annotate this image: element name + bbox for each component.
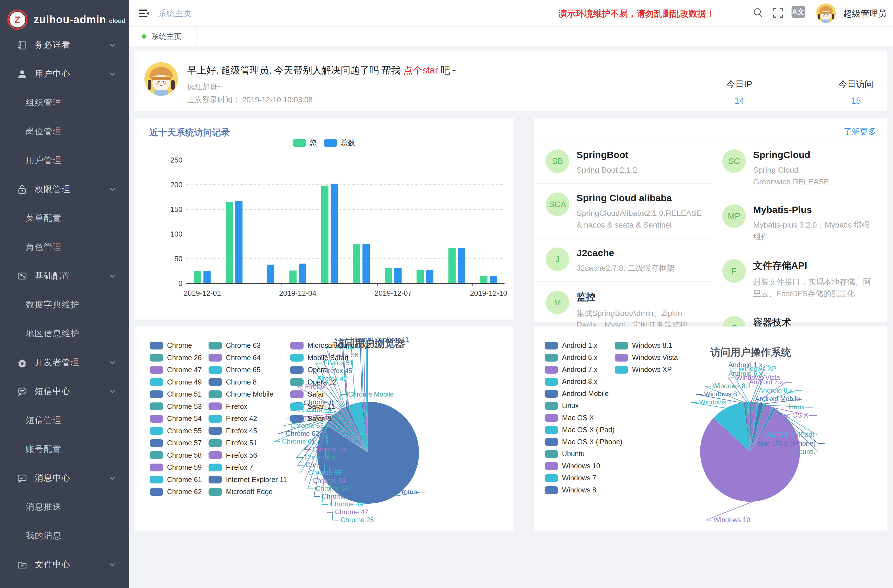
legend-item-Chrome 51[interactable]: Chrome 51 [150, 390, 202, 398]
legend-item-Linux[interactable]: Linux [544, 402, 579, 410]
sidebar-item-消息中心[interactable]: 消息中心 [0, 463, 129, 492]
legend-item-Firefox 45[interactable]: Firefox 45 [209, 427, 257, 435]
legend-item-Chrome 53[interactable]: Chrome 53 [150, 403, 202, 411]
legend-item-Firefox[interactable]: Firefox [209, 403, 247, 411]
bar-总数-2019-12-07[interactable] [394, 268, 401, 283]
bar-总数-2019-12-06[interactable] [362, 244, 370, 283]
tech-item-Spring Cloud alibaba[interactable]: SCASpring Cloud alibabaSpringCloudAlibab… [535, 183, 711, 238]
sidebar-item-我的消息[interactable]: 我的消息 [0, 521, 129, 550]
sidebar-item-角色管理[interactable]: 角色管理 [0, 233, 129, 262]
sidebar-item-文件中心[interactable]: 文件中心 [0, 550, 129, 579]
breadcrumb[interactable]: 系统主页 [158, 8, 192, 20]
legend-item-Firefox 7[interactable]: Firefox 7 [209, 463, 253, 471]
bar-总数-2019-12-08[interactable] [426, 270, 433, 283]
legend-item-Opera[interactable]: Opera [290, 366, 327, 374]
legend-item-Ubuntu[interactable]: Ubuntu [544, 450, 585, 458]
sidebar-item-用户管理[interactable]: 用户管理 [0, 146, 129, 175]
bar-您-2019-12-03[interactable] [258, 283, 265, 283]
bar-总数-2019-12-10[interactable] [490, 276, 497, 283]
sidebar-item-地区信息维护[interactable]: 地区信息维护 [0, 319, 129, 348]
tech-item-文件存储API[interactable]: F文件存储API封装文件接口，实现本地存储、阿里云、FastDFS存储的配置化 [711, 250, 887, 307]
legend-item-Safari 11[interactable]: Safari 11 [290, 403, 335, 411]
legend-item-Windows 8.1[interactable]: Windows 8.1 [615, 341, 672, 349]
bar-总数-2019-12-09[interactable] [458, 248, 465, 283]
bar-您-2019-12-02[interactable] [226, 202, 233, 283]
bar-您-2019-12-01[interactable] [194, 271, 201, 283]
collapse-menu-icon[interactable] [138, 7, 150, 19]
stat-value[interactable]: 14 [698, 96, 782, 106]
tech-item-J2cache[interactable]: JJ2cacheJ2cache2.7.8: 二级缓存框架 [535, 238, 711, 281]
user-name[interactable]: 超级管理员 [843, 8, 887, 20]
tech-item-Mybatis-Plus[interactable]: MPMybatis-PlusMybatis-plus 3.2.0：Mybatis… [711, 195, 887, 250]
bar-您-2019-12-05[interactable] [321, 186, 329, 283]
legend-item-Mac OS X (iPhone)[interactable]: Mac OS X (iPhone) [544, 438, 622, 446]
sidebar-item-岗位管理[interactable]: 岗位管理 [0, 117, 129, 146]
legend-item-Android Mobile[interactable]: Android Mobile [544, 389, 609, 398]
sidebar-item-基础配置[interactable]: 基础配置 [0, 262, 129, 290]
legend-item-Chrome 62[interactable]: Chrome 62 [150, 488, 202, 496]
legend-item-Chrome 57[interactable]: Chrome 57 [150, 439, 202, 447]
sidebar-item-账号配置[interactable]: 账号配置 [0, 435, 129, 463]
sidebar-item-组织管理[interactable]: 组织管理 [0, 88, 129, 117]
bar-您-2019-12-10[interactable] [480, 276, 487, 283]
sidebar-item-菜单配置[interactable]: 菜单配置 [0, 204, 129, 233]
star-link[interactable]: 点个star [403, 65, 438, 75]
sidebar-item-开发者管理[interactable]: 开发者管理 [0, 348, 129, 377]
legend-item-Chrome 59[interactable]: Chrome 59 [150, 463, 202, 471]
sidebar-item-短信管理[interactable]: 短信管理 [0, 406, 129, 435]
tech-item-SpringBoot[interactable]: SBSpringBootSpring Boot 2.1.2 [535, 140, 711, 183]
sidebar-item-数据字典维护[interactable]: 数据字典维护 [0, 290, 129, 319]
sidebar-item-用户中心[interactable]: 用户中心 [0, 59, 129, 88]
legend-item-Mac OS X[interactable]: Mac OS X [544, 414, 594, 422]
legend-item-Chrome 49[interactable]: Chrome 49 [150, 378, 202, 386]
bar-您-2019-12-06[interactable] [353, 244, 360, 283]
legend-item-Chrome 63[interactable]: Chrome 63 [209, 341, 261, 349]
search-icon[interactable] [752, 7, 764, 18]
bar-总数-2019-12-03[interactable] [267, 265, 274, 283]
legend-item-Safari 9[interactable]: Safari 9 [290, 415, 332, 423]
tab-system-home[interactable]: 系统主页 [129, 27, 197, 46]
sidebar-item-务必详看[interactable]: 务必详看 [0, 30, 129, 59]
legend-item-Chrome 54[interactable]: Chrome 54 [150, 415, 202, 423]
legend-item-Windows 10[interactable]: Windows 10 [544, 462, 600, 470]
legend-item-Opera 12[interactable]: Opera 12 [290, 378, 337, 386]
sidebar-item-短信中心[interactable]: 短信中心 [0, 377, 129, 406]
bar-总数-2019-12-01[interactable] [203, 271, 211, 283]
legend-item-Chrome 55[interactable]: Chrome 55 [150, 427, 202, 435]
sidebar-item-权限管理[interactable]: 权限管理 [0, 175, 129, 204]
legend-item-Windows 7[interactable]: Windows 7 [544, 474, 596, 482]
legend-item-Microsoft Edge[interactable]: Microsoft Edge [209, 488, 273, 496]
legend-item-Firefox 56[interactable]: Firefox 56 [209, 451, 257, 459]
legend-item-Firefox 51[interactable]: Firefox 51 [209, 439, 257, 447]
legend-item-Chrome 61[interactable]: Chrome 61 [150, 475, 202, 484]
legend-item-Chrome[interactable]: Chrome [150, 341, 192, 349]
bar-总数-2019-12-05[interactable] [331, 183, 338, 283]
bar-您-2019-12-04[interactable] [289, 271, 296, 283]
bar-总数-2019-12-04[interactable] [299, 264, 306, 283]
legend-item-Chrome Mobile[interactable]: Chrome Mobile [209, 390, 274, 398]
legend-item-Chrome 65[interactable]: Chrome 65 [209, 366, 261, 374]
legend-item-Android 7.x[interactable]: Android 7.x [544, 365, 597, 374]
fullscreen-icon[interactable] [772, 7, 784, 18]
legend-item-Windows XP[interactable]: Windows XP [615, 365, 672, 374]
bar-您-2019-12-08[interactable] [416, 270, 424, 283]
legend-item-Chrome 8[interactable]: Chrome 8 [209, 378, 257, 386]
bar-您-2019-12-09[interactable] [448, 248, 456, 283]
legend-item-Android 8.x[interactable]: Android 8.x [544, 377, 597, 386]
legend-item-Internet Explorer 11[interactable]: Internet Explorer 11 [209, 475, 287, 484]
legend-item-Android 1.x[interactable]: Android 1.x [544, 341, 597, 349]
legend-item-Windows Vista[interactable]: Windows Vista [615, 353, 678, 362]
avatar[interactable] [816, 3, 836, 23]
legend-item-Firefox 42[interactable]: Firefox 42 [209, 415, 257, 423]
bar-总数-2019-12-02[interactable] [235, 201, 242, 283]
legend-item-Chrome 47[interactable]: Chrome 47 [150, 366, 202, 374]
stat-value[interactable]: 15 [814, 96, 893, 106]
translate-icon[interactable]: A文 [792, 6, 805, 18]
legend-item-Chrome 64[interactable]: Chrome 64 [209, 354, 261, 362]
legend-item-Safari[interactable]: Safari [290, 390, 326, 398]
legend-item-Mac OS X (iPad)[interactable]: Mac OS X (iPad) [544, 426, 615, 434]
tech-item-SpringCloud[interactable]: SCSpringCloudSpring Cloud Greenwich.RELE… [711, 140, 887, 195]
legend-item-Android 6.x[interactable]: Android 6.x [544, 353, 597, 362]
legend-item-Chrome 26[interactable]: Chrome 26 [150, 354, 202, 362]
sidebar-item-消息推送[interactable]: 消息推送 [0, 492, 129, 521]
